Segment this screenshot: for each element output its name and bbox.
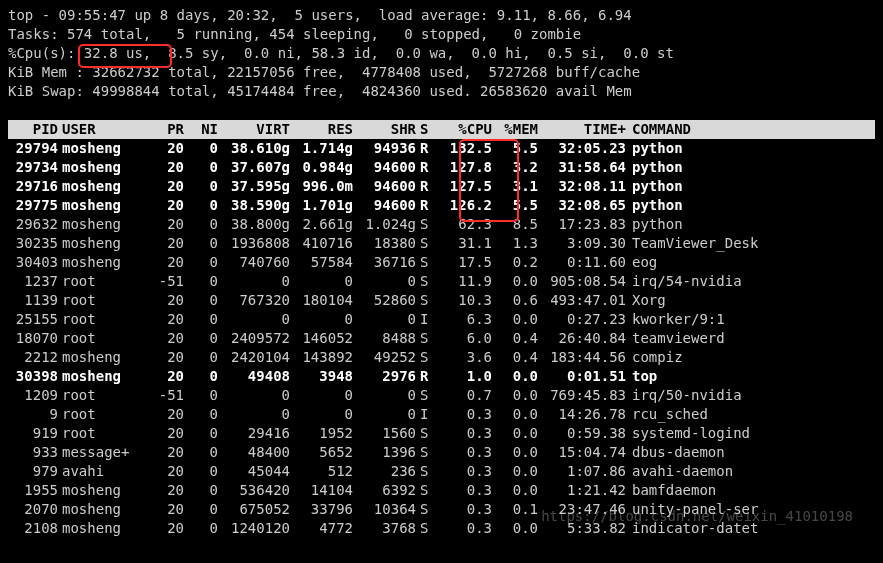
- cell-time: 15:04.74: [538, 443, 626, 462]
- cell-pr: 20: [142, 215, 184, 234]
- cell-pid: 2212: [8, 348, 58, 367]
- cell-virt: 29416: [218, 424, 290, 443]
- cell-pid: 25155: [8, 310, 58, 329]
- blank-line: [8, 101, 875, 120]
- col-pr: PR: [142, 120, 184, 139]
- cell-mem: 3.2: [492, 158, 538, 177]
- cell-pid: 29716: [8, 177, 58, 196]
- cell-virt: 1936808: [218, 234, 290, 253]
- cell-ni: 0: [184, 272, 218, 291]
- cell-s: S: [416, 386, 438, 405]
- cell-cmd: rcu_sched: [626, 405, 875, 424]
- cell-cmd: top: [626, 367, 875, 386]
- cell-pid: 30235: [8, 234, 58, 253]
- cell-cpu: 0.3: [438, 405, 492, 424]
- summary-line-swap: KiB Swap: 49998844 total, 45174484 free,…: [8, 82, 875, 101]
- col-virt: VIRT: [218, 120, 290, 139]
- process-row: 9root200000I0.30.014:26.78rcu_sched: [8, 405, 875, 424]
- cell-user: root: [58, 405, 142, 424]
- cell-pr: 20: [142, 196, 184, 215]
- cell-time: 1:07.86: [538, 462, 626, 481]
- process-row: 919root2002941619521560S0.30.00:59.38sys…: [8, 424, 875, 443]
- cell-time: 0:01.51: [538, 367, 626, 386]
- cell-mem: 0.0: [492, 405, 538, 424]
- cell-pid: 29794: [8, 139, 58, 158]
- cell-user: mosheng: [58, 196, 142, 215]
- cell-pid: 2070: [8, 500, 58, 519]
- cell-s: R: [416, 196, 438, 215]
- cell-s: S: [416, 329, 438, 348]
- cell-s: S: [416, 443, 438, 462]
- cell-time: 31:58.64: [538, 158, 626, 177]
- cell-pid: 919: [8, 424, 58, 443]
- cell-res: 1.701g: [290, 196, 353, 215]
- cell-cmd: indicator-datet: [626, 519, 875, 538]
- cell-pid: 1237: [8, 272, 58, 291]
- cell-cmd: avahi-daemon: [626, 462, 875, 481]
- cell-shr: 0: [353, 386, 416, 405]
- cell-s: S: [416, 215, 438, 234]
- cell-virt: 48400: [218, 443, 290, 462]
- cell-cmd: python: [626, 139, 875, 158]
- cell-user: mosheng: [58, 177, 142, 196]
- cell-s: S: [416, 234, 438, 253]
- cell-s: R: [416, 367, 438, 386]
- cell-cpu: 132.5: [438, 139, 492, 158]
- cell-ni: 0: [184, 329, 218, 348]
- cell-user: mosheng: [58, 215, 142, 234]
- cell-shr: 1396: [353, 443, 416, 462]
- cell-mem: 5.5: [492, 139, 538, 158]
- cell-cpu: 10.3: [438, 291, 492, 310]
- cell-pr: 20: [142, 367, 184, 386]
- cell-mem: 0.0: [492, 310, 538, 329]
- cell-virt: 1240120: [218, 519, 290, 538]
- cell-user: avahi: [58, 462, 142, 481]
- cell-virt: 0: [218, 405, 290, 424]
- cell-user: message+: [58, 443, 142, 462]
- cell-time: 23:47.46: [538, 500, 626, 519]
- terminal-screen[interactable]: top - 09:55:47 up 8 days, 20:32, 5 users…: [0, 0, 883, 544]
- process-row: 2108mosheng200124012047723768S0.30.05:33…: [8, 519, 875, 538]
- cell-cpu: 31.1: [438, 234, 492, 253]
- col-res: RES: [290, 120, 353, 139]
- cell-mem: 0.6: [492, 291, 538, 310]
- cell-mem: 1.3: [492, 234, 538, 253]
- cell-pid: 29632: [8, 215, 58, 234]
- cell-pr: 20: [142, 139, 184, 158]
- cell-user: root: [58, 310, 142, 329]
- cell-ni: 0: [184, 386, 218, 405]
- cell-shr: 2976: [353, 367, 416, 386]
- cell-user: mosheng: [58, 481, 142, 500]
- cell-pr: 20: [142, 329, 184, 348]
- cell-pr: 20: [142, 481, 184, 500]
- cell-ni: 0: [184, 519, 218, 538]
- cell-s: S: [416, 519, 438, 538]
- cell-ni: 0: [184, 177, 218, 196]
- cell-res: 0: [290, 386, 353, 405]
- cell-res: 4772: [290, 519, 353, 538]
- cell-shr: 3768: [353, 519, 416, 538]
- cell-time: 32:05.23: [538, 139, 626, 158]
- cell-time: 5:33.82: [538, 519, 626, 538]
- cell-pid: 979: [8, 462, 58, 481]
- cell-user: root: [58, 291, 142, 310]
- process-row: 25155root200000I6.30.00:27.23kworker/9:1: [8, 310, 875, 329]
- cell-user: mosheng: [58, 253, 142, 272]
- cell-res: 512: [290, 462, 353, 481]
- col-s: S: [416, 120, 438, 139]
- cell-user: mosheng: [58, 139, 142, 158]
- cell-res: 1.714g: [290, 139, 353, 158]
- process-row: 30235mosheng200193680841071618380S31.11.…: [8, 234, 875, 253]
- cell-ni: 0: [184, 158, 218, 177]
- cell-user: mosheng: [58, 234, 142, 253]
- cell-res: 33796: [290, 500, 353, 519]
- cell-cpu: 127.8: [438, 158, 492, 177]
- cell-pr: 20: [142, 405, 184, 424]
- cell-pr: 20: [142, 310, 184, 329]
- cell-cpu: 0.3: [438, 424, 492, 443]
- cell-virt: 38.590g: [218, 196, 290, 215]
- cell-cpu: 0.3: [438, 500, 492, 519]
- process-row: 29734mosheng20037.607g0.984g94600R127.83…: [8, 158, 875, 177]
- cell-mem: 0.0: [492, 462, 538, 481]
- cell-pr: 20: [142, 177, 184, 196]
